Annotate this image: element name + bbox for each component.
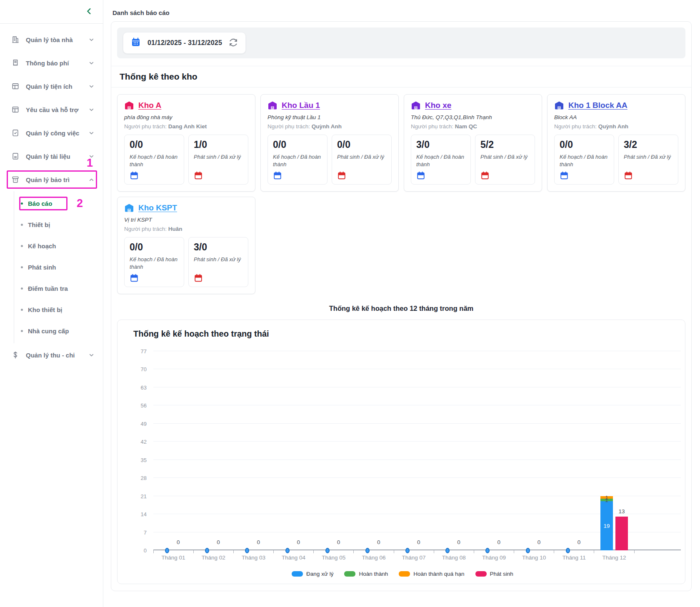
refresh-button[interactable] — [229, 38, 238, 48]
incident-stat-box: 5/2Phát sinh / Đã xử lý — [475, 135, 535, 185]
x-axis-tickmark — [554, 550, 554, 553]
sidebar-item-quan-ly-thu-chi[interactable]: Quản lý thu - chi — [0, 343, 103, 367]
submenu-item-phat-sinh[interactable]: Phát sinh — [14, 257, 103, 278]
legend-item[interactable]: Phát sinh — [475, 571, 513, 577]
warehouse-link[interactable]: Kho xe — [425, 101, 451, 110]
warehouse-icon — [268, 100, 278, 110]
submenu-item-kho-thiet-bi[interactable]: Kho thiết bị — [14, 299, 103, 320]
warehouse-link[interactable]: Kho A — [138, 101, 161, 110]
plan-stat-value: 0/0 — [273, 139, 322, 150]
warehouse-link[interactable]: Kho 1 Block AA — [568, 101, 628, 110]
data-label: 0 — [217, 539, 220, 545]
chart-title: Thống kê kế hoạch theo trạng thái — [133, 329, 682, 339]
data-label: 0 — [257, 539, 260, 545]
chart-category: 0Tháng 08 — [434, 351, 474, 550]
page-title: Danh sách báo cáo — [112, 9, 692, 16]
sidebar-item-label: Quản lý tòa nhà — [26, 36, 82, 43]
incident-stat-label: Phát sinh / Đã xử lý — [194, 256, 243, 271]
table-layout-icon — [11, 105, 20, 114]
warehouse-card: Kho xeThủ Đức, Q7,Q3,Q1,Bình ThạnhNgười … — [404, 94, 542, 192]
data-label: 19 — [600, 523, 613, 529]
legend-swatch — [344, 571, 355, 577]
sidebar-item-quan-ly-cong-viec[interactable]: Quản lý công việc — [0, 121, 103, 145]
receipt-icon — [11, 58, 20, 67]
warehouse-location: Block AA — [554, 114, 678, 120]
chart-category: 0Tháng 11 — [554, 351, 594, 550]
chart-category: 0Tháng 02 — [193, 351, 233, 550]
chevron-down-icon — [88, 107, 95, 113]
submenu-item-thiet-bi[interactable]: Thiết bị — [14, 214, 103, 235]
date-range-value: 01/12/2025 - 31/12/2025 — [148, 39, 222, 47]
submenu-item-label: Nhà cung cấp — [28, 327, 69, 335]
date-range-picker[interactable]: 01/12/2025 - 31/12/2025 — [123, 32, 246, 54]
annotation-step-2: 2 — [77, 198, 83, 209]
warehouse-link[interactable]: Kho Lầu 1 — [282, 101, 320, 110]
submenu-item-label: Điểm tuần tra — [28, 285, 68, 292]
chart-category: 0Tháng 06 — [354, 351, 394, 550]
chevron-down-icon — [88, 352, 95, 358]
plan-stat-label: Kế hoạch / Đã hoàn thành — [130, 256, 179, 271]
report-container: 01/12/2025 - 31/12/2025 Thống kê theo kh… — [111, 21, 692, 591]
warehouse-location: Phòng kỹ thuật Lầu 1 — [268, 114, 392, 120]
legend-item[interactable]: Hoàn thành quá hạn — [399, 571, 464, 577]
chevron-down-icon — [88, 60, 95, 66]
x-axis-label: Tháng 04 — [282, 555, 305, 561]
data-label: 0 — [297, 539, 300, 545]
legend-item[interactable]: Hoàn thành — [344, 571, 388, 577]
legend-item[interactable]: Đang xử lý — [292, 571, 333, 577]
incident-stat-box: 3/2Phát sinh / Đã xử lý — [618, 135, 678, 185]
sidebar-item-quan-ly-toa-nha[interactable]: Quản lý tòa nhà — [0, 28, 103, 51]
maintenance-submenu: Báo cáo 2 Thiết bị Kế hoạch Phát sinh — [14, 191, 103, 343]
x-axis-label: Tháng 09 — [482, 555, 506, 561]
sidebar-item-label: Thông báo phí — [26, 60, 82, 67]
plan-stat-label: Kế hoạch / Đã hoàn thành — [416, 153, 465, 168]
sidebar-nav: Quản lý tòa nhà Thông báo phí Quản lý ti… — [0, 24, 103, 367]
building-icon — [11, 35, 20, 44]
chart-category: 0Tháng 01 — [153, 351, 193, 550]
plan-stat-box: 0/0Kế hoạch / Đã hoàn thành — [268, 135, 328, 185]
warehouse-icon — [411, 100, 421, 110]
warehouse-link[interactable]: Kho KSPT — [138, 203, 177, 212]
plan-stat-label: Kế hoạch / Đã hoàn thành — [560, 153, 609, 168]
submenu-item-label: Kho thiết bị — [28, 306, 62, 313]
sidebar-item-quan-ly-tien-ich[interactable]: Quản lý tiện ích — [0, 75, 103, 98]
chart-section-title: Thống kê kế hoạch theo 12 tháng trong nă… — [117, 305, 685, 312]
x-axis-tickmark — [353, 550, 354, 553]
data-label: 13 — [615, 508, 628, 515]
warehouse-icon — [124, 100, 134, 110]
warehouse-card: Kho Lầu 1Phòng kỹ thuật Lầu 1Người phụ t… — [260, 94, 399, 192]
incident-stat-box: 3/0Phát sinh / Đã xử lý — [188, 237, 248, 287]
x-axis-label: Tháng 01 — [162, 555, 185, 561]
submenu-item-diem-tuan-tra[interactable]: Điểm tuần tra — [14, 278, 103, 299]
y-axis: 0714212835424956637077 — [123, 351, 150, 550]
warehouse-cards: Kho Aphía đông nhà máyNgười phụ trách: D… — [117, 94, 685, 294]
y-axis-tick: 77 — [141, 348, 147, 355]
dollar-icon — [11, 350, 20, 360]
status-chart-card: Thống kê kế hoạch theo trạng thái 071421… — [117, 320, 685, 584]
y-axis-tick: 0 — [144, 547, 147, 554]
calendar-blue-icon — [130, 273, 139, 282]
plan-stat-value: 0/0 — [130, 139, 179, 150]
submenu-item-nha-cung-cap[interactable]: Nhà cung cấp — [14, 320, 103, 342]
sidebar-item-label: Yêu cầu và hỗ trợ — [26, 106, 82, 113]
y-axis-tick: 49 — [141, 420, 147, 427]
sidebar-item-thong-bao-phi[interactable]: Thông báo phí — [0, 51, 103, 75]
x-axis-label: Tháng 08 — [442, 555, 466, 561]
bullet-icon — [21, 287, 23, 290]
submenu-item-bao-cao[interactable]: Báo cáo 2 — [14, 193, 103, 214]
calendar-red-icon — [624, 171, 633, 180]
sidebar-item-yeu-cau-va-ho-tro[interactable]: Yêu cầu và hỗ trợ — [0, 98, 103, 121]
sidebar-collapse-button[interactable] — [85, 7, 94, 17]
x-axis-label: Tháng 05 — [322, 555, 345, 561]
chart-category: 0Tháng 10 — [514, 351, 554, 550]
warehouse-icon — [554, 100, 564, 110]
submenu-item-ke-hoach[interactable]: Kế hoạch — [14, 235, 103, 257]
plan-stat-value: 0/0 — [560, 139, 609, 150]
incident-stat-value: 0/0 — [337, 139, 386, 150]
chart-category: 0Tháng 03 — [233, 351, 273, 550]
warehouse-manager: Người phụ trách: Quỳnh Anh — [554, 123, 678, 130]
calendar-blue-icon — [273, 171, 282, 180]
calendar-icon — [131, 37, 141, 49]
sidebar-item-quan-ly-bao-tri[interactable]: Quản lý bảo trì 1 — [0, 168, 103, 191]
zero-marker-dot — [245, 548, 249, 553]
